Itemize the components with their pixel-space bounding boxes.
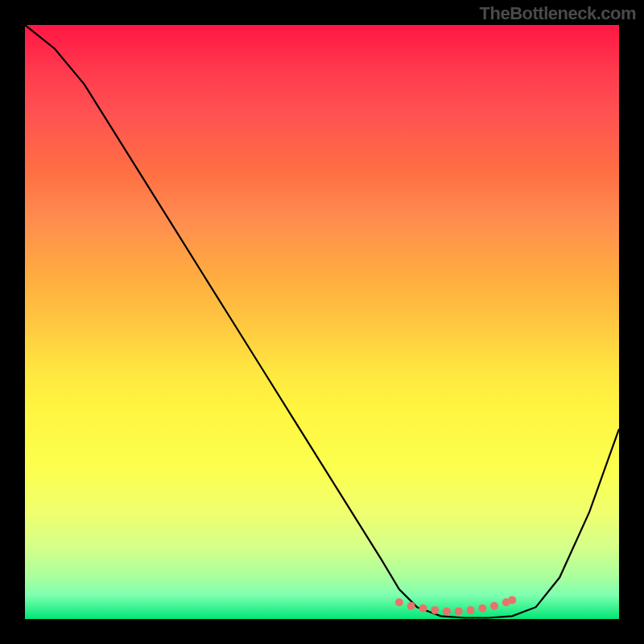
marker-dot [443,607,451,615]
optimal-range-markers [395,596,516,615]
marker-dot [419,605,427,613]
chart-curve-svg [25,25,619,619]
marker-dot [407,602,415,610]
bottleneck-curve [25,25,619,618]
marker-dot [478,605,486,613]
watermark-text: TheBottleneck.com [480,3,636,24]
marker-dot [467,606,475,614]
marker-dot [395,598,403,606]
marker-dot [431,606,439,614]
marker-dot [508,596,516,604]
chart-plot-area [25,25,619,619]
marker-dot [490,602,498,610]
marker-dot [455,607,463,615]
